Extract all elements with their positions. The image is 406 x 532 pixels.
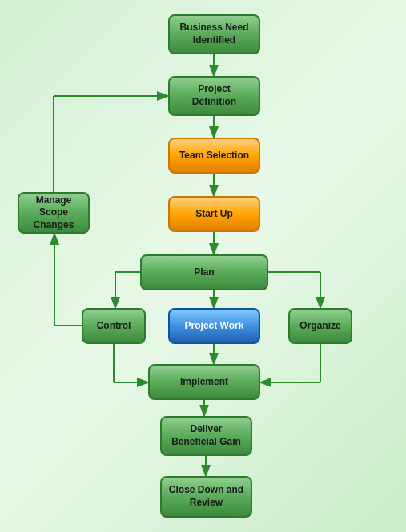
project-work-label: Project Work (185, 320, 244, 333)
implement-box: Implement (148, 364, 260, 400)
manage-scope-label: Manage ScopeChanges (26, 194, 82, 232)
implement-label: Implement (180, 376, 228, 389)
organize-label: Organize (299, 320, 340, 333)
business-need-box: Business NeedIdentified (168, 14, 260, 54)
organize-box: Organize (288, 308, 352, 344)
business-need-label: Business NeedIdentified (179, 22, 248, 46)
manage-scope-box: Manage ScopeChanges (18, 192, 90, 234)
start-up-label: Start Up (195, 208, 233, 221)
team-selection-box: Team Selection (168, 138, 260, 174)
start-up-box: Start Up (168, 196, 260, 232)
plan-box: Plan (140, 254, 268, 290)
diagram: Business NeedIdentified ProjectDefinitio… (0, 0, 406, 532)
project-definition-label: ProjectDefinition (192, 83, 236, 108)
control-box: Control (82, 308, 146, 344)
close-down-label: Close Down andReview (169, 484, 243, 509)
deliver-label: DeliverBeneficial Gain (171, 423, 241, 448)
deliver-box: DeliverBeneficial Gain (160, 416, 252, 456)
team-selection-label: Team Selection (179, 150, 249, 162)
control-label: Control (97, 320, 131, 333)
project-definition-box: ProjectDefinition (168, 76, 260, 116)
close-down-box: Close Down andReview (160, 476, 252, 518)
project-work-box: Project Work (168, 308, 260, 344)
plan-label: Plan (194, 266, 214, 279)
